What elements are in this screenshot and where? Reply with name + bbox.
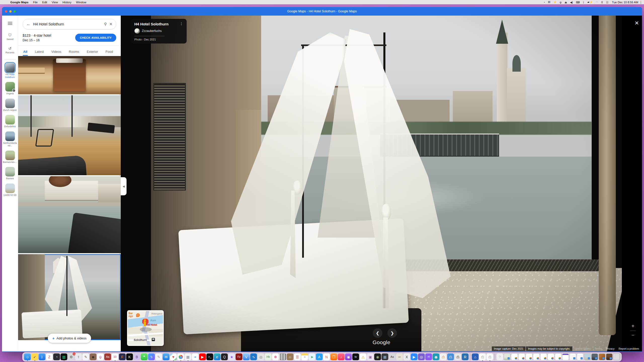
printer-a-icon[interactable]: ⎙ [479,353,486,360]
recents-button[interactable]: ↺ Recents [6,47,14,54]
dj-app-icon[interactable]: ◉ [374,353,381,360]
bluetooth-icon[interactable]: ᛒ [581,1,586,4]
tab-videos[interactable]: Videos [51,48,62,56]
rstudio-icon[interactable]: R [462,353,469,360]
obs-camera-icon[interactable]: ◎ [418,353,425,360]
activity-monitor-icon[interactable]: ▥ [61,353,67,360]
kindle-icon[interactable]: K [126,353,133,360]
bookends-icon[interactable]: B [134,353,140,360]
back-arrow-icon[interactable]: ← [26,22,31,27]
saved-button[interactable]: ⛉ Saved [7,33,13,40]
minimized-chrome-window[interactable] [533,353,540,360]
menu-item-view[interactable]: View [50,1,60,4]
webcam-app-icon[interactable]: ◉ [433,353,439,360]
usb-icon[interactable]: ψ [558,1,563,4]
printer-b-icon[interactable]: ⎙ [487,353,493,360]
rail-item-zurich-airport[interactable]: Zurich Airport [3,99,18,112]
colored-dots-icon[interactable] [640,1,641,4]
uploader-avatar[interactable] [134,28,140,34]
tab-food[interactable]: Food [105,48,114,56]
photos-icon[interactable]: ✽ [272,353,279,360]
system-preferences-icon[interactable]: ⚙1 [68,353,75,360]
apple-maps-icon[interactable]: ➤ [309,353,315,360]
sauna-photo[interactable] [18,56,121,94]
tab-exterior[interactable]: Exterior [86,48,99,56]
rail-item-northumberland[interactable]: Northumberland... [3,131,18,147]
close-window-button[interactable] [5,10,7,13]
previous-photo-button[interactable]: ❮ [373,328,382,338]
clear-search-icon[interactable]: ✕ [109,22,112,26]
fax-scanner-icon[interactable]: ⎙ [447,353,454,360]
minimized-finder-window[interactable] [577,353,584,360]
vlc-icon[interactable]: ⧍ [360,353,367,360]
youtube-icon[interactable]: ▶ [199,353,206,360]
audio-wave-icon[interactable]: ılıl [425,353,432,360]
xquartz-icon[interactable]: X [404,353,410,360]
close-photo-icon[interactable]: ✕ [634,20,639,26]
spotlight-icon[interactable]: ⚲ [599,1,605,4]
textedit-icon[interactable]: ✎ [83,353,89,360]
minimized-map-window[interactable] [504,353,511,360]
menu-item-google-maps[interactable]: Google Maps [8,1,31,4]
edge-icon[interactable]: e [214,353,221,360]
menu-item-history[interactable]: History [60,1,74,4]
app-store-icon[interactable]: A [316,353,323,360]
zoom-icon[interactable]: ▶ [411,353,418,360]
hamburger-menu-icon[interactable] [8,21,12,26]
minimized-chrome-window[interactable] [511,353,518,360]
messages-icon[interactable]: ❞ [141,353,148,360]
books-icon[interactable]: ❐ [331,353,337,360]
usb-app-icon[interactable]: ψ [97,353,104,360]
canopy-bed-photo[interactable] [18,254,121,340]
footer-link-terms[interactable]: Terms [593,346,604,351]
bluetooth-app-icon[interactable]: ᛒ [39,353,46,360]
installer-icon[interactable]: ▣ [367,353,374,360]
missing-app-icon[interactable]: ? [497,353,503,360]
printer-utility-icon[interactable]: ⎙ [440,353,447,360]
notes-icon[interactable]: ≡ [301,353,308,360]
menu-item-window[interactable]: Window [74,1,89,4]
zoom-window-button[interactable] [14,10,16,13]
podcasts-icon[interactable]: ◉ [345,353,352,360]
tab-latest[interactable]: Latest [34,48,44,56]
keyboard-input-icon[interactable]: ⌨ [575,1,581,4]
safari-icon[interactable]: ⌖ [192,353,199,360]
printer-black-icon[interactable]: ⎙ [455,353,461,360]
notes-drafts-icon[interactable]: ✎ [155,353,162,360]
search-box[interactable]: ← ⚲ ✕ [23,19,116,29]
footer-link-report-a-problem[interactable]: Report a problem [617,346,641,351]
minimized-photo-window-frame[interactable] [599,353,606,360]
zoom-out-button[interactable]: − [629,331,637,340]
footer-link-privacy[interactable]: Privacy [604,346,616,351]
minimized-chrome-window[interactable] [555,353,562,360]
main-photo[interactable] [121,16,622,352]
mini-map[interactable]: Barnge Y Rittergasse Aare H4 Hotel Solot… [127,310,164,346]
photo-options-icon[interactable]: ⋮ [180,22,183,25]
imovie-icon[interactable]: ★ [228,353,235,360]
pegman-icon[interactable] [144,321,146,326]
tab-all[interactable]: All [23,48,28,56]
menu-clock[interactable]: Tue Dec 10 8:55 AM [611,1,640,4]
finder-icon[interactable]: ☺ [24,353,31,360]
zoom-in-button[interactable]: + [629,322,637,331]
contacts-icon[interactable]: ☺ [287,353,294,360]
reminders-icon[interactable]: ☰ [294,353,301,360]
lightning-icon[interactable]: ⚡ [552,1,558,4]
minimize-window-button[interactable] [9,10,12,13]
dictionary-icon[interactable]: Aa [104,353,111,360]
health-app-icon[interactable]: ⚕ [75,353,82,360]
firefox-icon[interactable]: F [119,353,126,360]
gimp-icon[interactable]: ✑ [396,353,403,360]
apple-tv-icon[interactable]: tv [352,353,359,360]
audio-bars-icon[interactable]: ⦀⦀ [546,1,552,4]
battery-icon[interactable]: ▰⚡ [586,1,594,4]
rail-item-oxfordshire[interactable]: Oxfordshire [3,115,18,128]
wifi-icon[interactable]: ◠ [594,1,599,4]
check-availability-button[interactable]: CHECK AVAILABILITY [75,34,116,42]
hotel-exterior-photo[interactable] [18,176,121,253]
screen-sharing-icon[interactable]: ▦ [382,353,388,360]
minimized-photo-window-beach[interactable] [584,353,591,360]
minimized-chrome-window[interactable] [518,353,525,360]
messenger-icon[interactable]: ϟ [148,353,155,360]
footer-link-united-states[interactable]: United States [573,346,593,351]
